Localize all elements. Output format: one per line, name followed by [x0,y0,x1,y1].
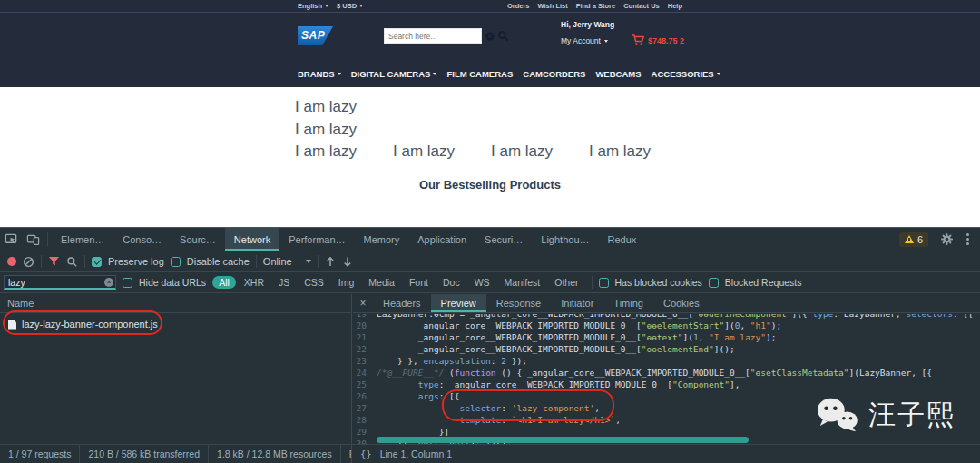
request-type-filter[interactable]: Other [548,276,584,289]
chevron-down-icon [338,73,341,75]
detail-tab[interactable]: Timing [603,294,653,312]
request-type-filter[interactable]: JS [272,276,296,289]
request-type-filter[interactable]: Font [403,276,435,289]
import-har-icon[interactable] [325,256,336,268]
page-body: I am lazyI am lazy I am lazyI am lazyI a… [0,87,980,227]
divider [318,255,318,268]
lazy-banner-text: I am lazy [295,119,357,142]
line-number: 28 [353,414,377,426]
divider [256,255,257,268]
cart-icon [632,34,645,46]
divider [41,255,42,268]
filter-funnel-icon[interactable] [48,256,60,267]
search-icon[interactable] [497,30,509,42]
status-summary-item: 1.8 kB / 12.8 MB resources [209,445,341,463]
cursor-position: Line 1, Column 1 [380,448,452,459]
store-nav-item[interactable]: BRANDS [298,69,341,79]
close-detail-icon[interactable]: × [353,294,373,312]
chevron-down-icon [604,40,608,43]
devtools-tab[interactable]: Application [408,228,475,251]
request-type-filter[interactable]: Img [332,276,361,289]
chevron-down-icon [717,73,720,75]
detail-tab[interactable]: Preview [431,294,486,312]
disable-cache-checkbox[interactable] [171,257,181,267]
request-type-filter[interactable]: WS [468,276,496,289]
section-title: Our Bestselling Products [0,178,980,192]
devtools-tab[interactable]: Network [225,228,279,251]
record-button[interactable] [7,257,16,266]
code-line: 24 /*@__PURE__*/ (function () { _angular… [353,367,980,379]
line-number: 26 [353,390,377,402]
network-filter-input[interactable] [4,275,116,290]
warning-icon [905,235,914,243]
request-type-filter[interactable]: CSS [298,276,330,289]
cart-button[interactable]: $748.75 2 [632,34,684,46]
clear-icon[interactable] [23,256,34,268]
export-har-icon[interactable] [342,256,353,268]
store-search-input[interactable] [384,28,482,44]
network-filter-row: × Hide data URLs AllXHRJSCSSImgMediaFont… [0,272,980,293]
name-column-header[interactable]: Name [0,294,351,313]
chevron-down-icon [306,260,311,263]
my-account-menu[interactable]: My Account [561,36,608,45]
has-blocked-cookies-checkbox[interactable] [599,278,609,288]
request-type-filter[interactable]: XHR [238,276,270,289]
settings-gear-icon[interactable] [936,232,957,246]
divider [592,276,593,289]
user-greeting: Hi, Jerry Wang [561,20,614,29]
blocked-requests-label: Blocked Requests [725,277,802,288]
divider [47,232,48,246]
store-nav-item[interactable]: WEBCAMS [595,69,641,79]
search-icon[interactable] [66,256,78,268]
store-nav-item[interactable]: FILM CAMERAS [446,69,513,79]
store-nav-label: DIGITAL CAMERAS [351,69,431,79]
line-number: 29 [353,426,377,438]
line-number: 24 [353,367,377,379]
request-type-filter[interactable]: Media [362,276,401,289]
devtools-tabbar: Elemen…Conso…Sourc…NetworkPerforman…Memo… [0,228,980,251]
lazy-banner-text: I am lazy [393,141,491,163]
throttling-dropdown[interactable]: Online [263,256,311,267]
sap-logo[interactable]: SAP [298,26,333,45]
line-number: 22 [353,343,377,355]
devtools-tab[interactable]: Elemen… [52,228,113,251]
issues-count: 6 [917,234,923,245]
devtools-tab[interactable]: Memory [355,228,409,251]
devtools-tab[interactable]: Redux [599,228,646,251]
store-header: English $ USD OrdersWish ListFind a Stor… [0,0,980,87]
detail-tab[interactable]: Response [486,294,552,312]
request-type-filter[interactable]: Manifest [498,276,547,289]
store-nav-label: BRANDS [298,69,335,79]
hide-data-urls-checkbox[interactable] [122,278,132,288]
detail-tab[interactable]: Initiator [551,294,603,312]
devtools-tab[interactable]: Lighthou… [532,228,598,251]
status-summary-item: 1 / 97 requests [0,445,80,463]
detail-tab[interactable]: Cookies [653,294,710,312]
store-nav-item[interactable]: ACCESSORIES [652,69,720,79]
device-toolbar-icon[interactable] [22,228,44,251]
watermark: 汪子熙 [815,396,956,434]
blocked-requests-checkbox[interactable] [709,278,719,288]
clear-search-icon[interactable] [485,31,495,42]
inspect-element-icon[interactable] [0,228,22,251]
preserve-log-checkbox[interactable] [92,257,102,267]
horizontal-scrollbar[interactable] [377,437,749,443]
store-nav-item[interactable]: DIGITAL CAMERAS [351,69,437,79]
code-line: 20 _angular_core__WEBPACK_IMPORTED_MODUL… [353,320,980,331]
request-row[interactable]: lazy-lazy-banner-component.js [0,313,351,335]
devtools-tab[interactable]: Performan… [279,228,354,251]
clear-filter-icon[interactable]: × [104,278,113,287]
detail-tab[interactable]: Headers [373,294,431,312]
more-options-icon[interactable] [965,232,971,247]
devtools-tab[interactable]: Sourc… [171,228,225,251]
request-type-filter[interactable]: All [212,276,236,289]
code-line: 25 type: _angular_core__WEBPACK_IMPORTED… [353,379,980,390]
devtools-statusbar: 1 / 97 requests210 B / 586 kB transferre… [0,444,980,463]
devtools-tab[interactable]: Conso… [113,228,171,251]
hide-data-urls-label: Hide data URLs [139,277,206,288]
devtools-tab[interactable]: Securi… [475,228,532,251]
cart-total: $748.75 2 [648,36,684,45]
issues-badge[interactable]: 6 [899,232,928,247]
request-type-filter[interactable]: Doc [436,276,466,289]
store-nav-item[interactable]: CAMCORDERS [523,69,585,79]
